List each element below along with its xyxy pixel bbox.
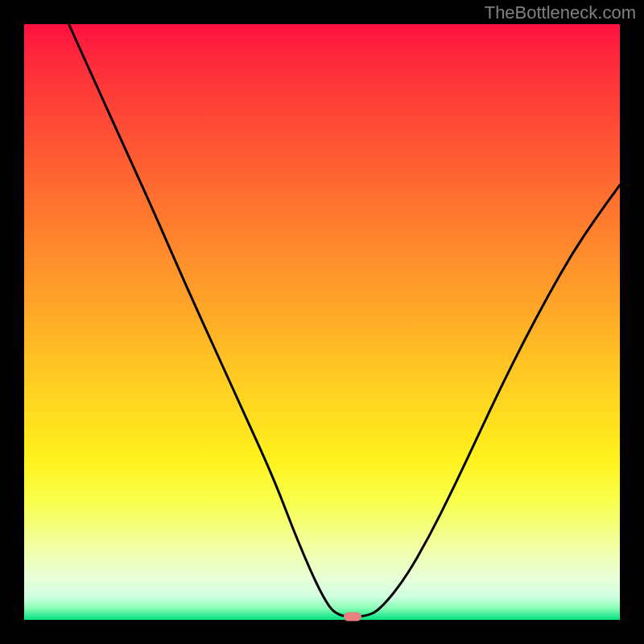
plot-area [24,24,620,620]
chart-frame: TheBottleneck.com [0,0,644,644]
bottleneck-curve [24,24,620,620]
optimum-marker [344,612,361,621]
watermark-text: TheBottleneck.com [485,2,636,23]
